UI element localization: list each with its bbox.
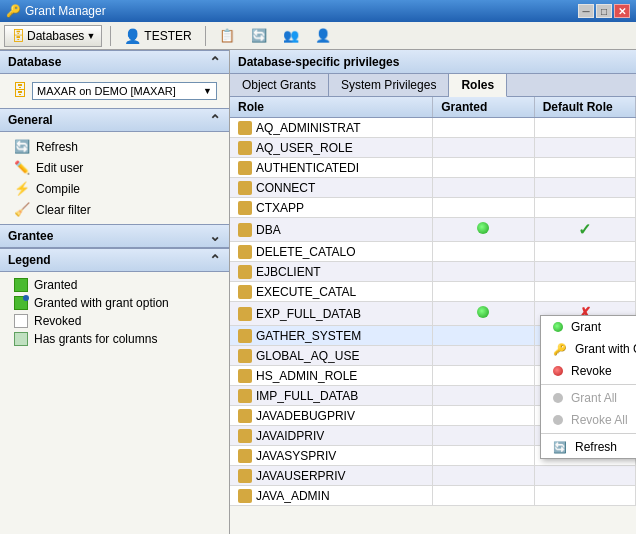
- cell-granted: [433, 118, 534, 138]
- cell-default-role: [534, 282, 635, 302]
- role-icon: [238, 161, 252, 175]
- menu-item-refresh[interactable]: 🔄 Refresh: [8, 136, 221, 157]
- cell-role: AUTHENTICATEDI: [230, 158, 433, 178]
- menu-item-edit-user[interactable]: ✏️ Edit user: [8, 157, 221, 178]
- legend-section-collapse[interactable]: ⌃: [209, 252, 221, 268]
- role-icon: [238, 449, 252, 463]
- legend-section-content: Granted Granted with grant option Revoke…: [0, 272, 229, 352]
- tab-object-grants[interactable]: Object Grants: [230, 74, 329, 96]
- db-dropdown[interactable]: MAXAR on DEMO [MAXAR] ▼: [32, 82, 217, 100]
- table-row[interactable]: EXECUTE_CATAL: [230, 282, 636, 302]
- tab-system-privileges[interactable]: System Privileges: [329, 74, 449, 96]
- cell-granted: [433, 242, 534, 262]
- ctx-grant-options[interactable]: 🔑 Grant with Grant Options: [541, 338, 636, 360]
- toolbar-btn-4[interactable]: 👤: [310, 25, 336, 46]
- table-row[interactable]: JAVAUSERPRIV: [230, 466, 636, 486]
- menu-item-clear-filter[interactable]: 🧹 Clear filter: [8, 199, 221, 220]
- cell-granted: [433, 218, 534, 242]
- cell-granted: [433, 302, 534, 326]
- cell-role: AQ_USER_ROLE: [230, 138, 433, 158]
- general-section-collapse[interactable]: ⌃: [209, 112, 221, 128]
- ctx-grant[interactable]: Grant: [541, 316, 636, 338]
- cell-role: JAVA_ADMIN: [230, 486, 433, 506]
- cell-granted: [433, 138, 534, 158]
- ctx-revoke-icon: [553, 366, 563, 376]
- cell-default-role: [534, 466, 635, 486]
- table-row[interactable]: DBA✓: [230, 218, 636, 242]
- cell-granted: [433, 446, 534, 466]
- tabs: Object Grants System Privileges Roles: [230, 74, 636, 97]
- app-title: Grant Manager: [25, 4, 106, 18]
- cell-role: JAVASYSPRIV: [230, 446, 433, 466]
- table-row[interactable]: AQ_USER_ROLE: [230, 138, 636, 158]
- role-icon: [238, 245, 252, 259]
- roles-table-container[interactable]: Role Granted Default Role AQ_ADMINISTRAT…: [230, 97, 636, 534]
- cell-role: GLOBAL_AQ_USE: [230, 346, 433, 366]
- cell-default-role: [534, 486, 635, 506]
- role-icon: [238, 469, 252, 483]
- right-panel-header: Database-specific privileges: [230, 50, 636, 74]
- cell-granted: [433, 386, 534, 406]
- cell-granted: [433, 406, 534, 426]
- cell-role: JAVADEBUGPRIV: [230, 406, 433, 426]
- role-icon: [238, 389, 252, 403]
- role-icon: [238, 349, 252, 363]
- toolbar-btn-2[interactable]: 🔄: [246, 25, 272, 46]
- cell-role: AQ_ADMINISTRAT: [230, 118, 433, 138]
- legend-revoked: Revoked: [8, 312, 221, 330]
- role-icon: [238, 181, 252, 195]
- cell-granted: [433, 486, 534, 506]
- legend-section-header: Legend ⌃: [0, 248, 229, 272]
- tab-roles[interactable]: Roles: [449, 74, 507, 97]
- databases-dropdown[interactable]: 🗄 Databases ▼: [4, 25, 102, 47]
- db-selector: 🗄 MAXAR on DEMO [MAXAR] ▼: [8, 78, 221, 104]
- col-granted: Granted: [433, 97, 534, 118]
- role-icon: [238, 409, 252, 423]
- ctx-revoke[interactable]: Revoke: [541, 360, 636, 382]
- menu-item-compile[interactable]: ⚡ Compile: [8, 178, 221, 199]
- context-menu: Grant 🔑 Grant with Grant Options Revoke …: [540, 315, 636, 459]
- cell-role: DELETE_CATALO: [230, 242, 433, 262]
- cell-role: GATHER_SYSTEM: [230, 326, 433, 346]
- legend-granted-option-icon: [14, 296, 28, 310]
- legend-granted-icon: [14, 278, 28, 292]
- role-icon: [238, 201, 252, 215]
- toolbar-separator-1: [110, 26, 111, 46]
- cell-role: CONNECT: [230, 178, 433, 198]
- table-row[interactable]: EJBCLIENT: [230, 262, 636, 282]
- cell-granted: [433, 262, 534, 282]
- minimize-button[interactable]: ─: [578, 4, 594, 18]
- table-row[interactable]: AUTHENTICATEDI: [230, 158, 636, 178]
- role-icon: [238, 285, 252, 299]
- ctx-revoke-all-icon: [553, 415, 563, 425]
- table-row[interactable]: JAVA_ADMIN: [230, 486, 636, 506]
- cell-granted: [433, 282, 534, 302]
- legend-revoked-icon: [14, 314, 28, 328]
- cell-default-role: [534, 118, 635, 138]
- toolbar-btn-3[interactable]: 👥: [278, 25, 304, 46]
- database-section-collapse[interactable]: ⌃: [209, 54, 221, 70]
- cell-role: IMP_FULL_DATAB: [230, 386, 433, 406]
- table-row[interactable]: CTXAPP: [230, 198, 636, 218]
- database-section-header: Database ⌃: [0, 50, 229, 74]
- table-row[interactable]: AQ_ADMINISTRAT: [230, 118, 636, 138]
- cell-default-role: [534, 158, 635, 178]
- table-row[interactable]: DELETE_CATALO: [230, 242, 636, 262]
- cell-role: CTXAPP: [230, 198, 433, 218]
- table-row[interactable]: CONNECT: [230, 178, 636, 198]
- role-icon: [238, 369, 252, 383]
- role-icon: [238, 141, 252, 155]
- cell-granted: [433, 158, 534, 178]
- ctx-refresh[interactable]: 🔄 Refresh F5: [541, 436, 636, 458]
- database-section-content: 🗄 MAXAR on DEMO [MAXAR] ▼: [0, 74, 229, 108]
- role-icon: [238, 307, 252, 321]
- grantee-section-collapse[interactable]: ⌄: [209, 228, 221, 244]
- toolbar-btn-1[interactable]: 📋: [214, 25, 240, 46]
- cell-granted: [433, 426, 534, 446]
- granted-dot: [477, 306, 489, 318]
- cell-role: JAVAUSERPRIV: [230, 466, 433, 486]
- maximize-button[interactable]: □: [596, 4, 612, 18]
- close-button[interactable]: ✕: [614, 4, 630, 18]
- col-role: Role: [230, 97, 433, 118]
- legend-granted-option: Granted with grant option: [8, 294, 221, 312]
